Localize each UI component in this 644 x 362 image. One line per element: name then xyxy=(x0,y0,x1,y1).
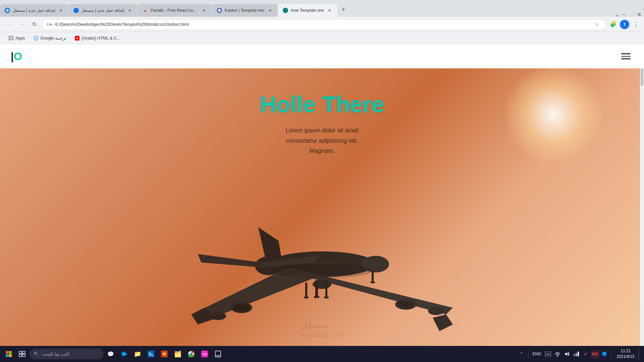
tab-3[interactable]: ▲ Fanatic - Free React Landi... ✕ xyxy=(138,4,212,17)
tab-4[interactable]: Kasbur | Template two ✕ xyxy=(212,4,278,17)
webpage-content: Holle There Lorem ipsum dolor sit amet c… xyxy=(0,44,644,346)
tab-1[interactable]: إضافة عمل جديد | مستقل ✕ xyxy=(0,4,68,17)
taskbar-folder-icon[interactable]: 📁 xyxy=(131,348,144,360)
profile-avatar[interactable]: f xyxy=(620,20,629,29)
svg-point-50 xyxy=(557,356,557,357)
tray-edge-icon[interactable] xyxy=(600,350,608,358)
reload-button[interactable]: ↻ xyxy=(29,19,40,30)
taskbar-files-icon[interactable]: 🗂️ xyxy=(172,348,184,360)
task-view-button[interactable] xyxy=(16,348,28,360)
tab-dropdown-button[interactable]: ⌄ xyxy=(614,12,619,17)
start-button[interactable] xyxy=(3,348,15,360)
taskbar: 🔍 اكتب هنا للبحث 💬 📁 xyxy=(0,346,644,362)
maximize-button[interactable]: ⬜ xyxy=(629,12,634,17)
bookmark-star-button[interactable]: ☆ xyxy=(592,20,601,29)
svg-point-44 xyxy=(218,356,218,357)
scrollbar-track[interactable] xyxy=(640,44,644,346)
bookmark-apps-label: Apps xyxy=(15,36,25,41)
svg-rect-19 xyxy=(305,283,307,298)
hero-subtitle: Lorem ipsum dolor sit amet consectetur a… xyxy=(260,125,384,156)
svg-text:Xd: Xd xyxy=(203,353,207,356)
svg-rect-27 xyxy=(9,351,12,354)
logo-text: O xyxy=(14,51,22,62)
tab-2[interactable]: إضافة عمل جديد | مستقل ✕ xyxy=(69,4,137,17)
svg-point-14 xyxy=(428,307,444,315)
tray-keyboard-icon[interactable] xyxy=(544,350,552,358)
taskbar-vscode-icon[interactable] xyxy=(145,348,157,360)
taskbar-running-apps: 💬 📁 W 🗂️ xyxy=(105,348,224,360)
back-button[interactable]: ← xyxy=(3,19,14,30)
taskbar-notification-icon[interactable]: 💬 xyxy=(105,348,117,360)
svg-rect-22 xyxy=(324,297,329,298)
google-translate-favicon: G xyxy=(33,36,39,41)
taskbar-search-icon: 🔍 xyxy=(34,351,39,357)
svg-rect-51 xyxy=(574,354,575,356)
address-actions: ☆ xyxy=(592,20,601,29)
hamburger-menu-button[interactable] xyxy=(619,51,633,62)
tray-volume-icon[interactable] xyxy=(563,350,571,358)
svg-rect-33 xyxy=(22,354,25,357)
svg-rect-18 xyxy=(314,296,319,298)
svg-rect-21 xyxy=(325,283,327,298)
taskbar-system-tray: ⌃ ENG xyxy=(518,348,641,360)
bookmark-youtube-label: [Arabic] HTML & C... xyxy=(82,36,120,41)
tray-badge-icon[interactable]: 693 xyxy=(591,350,599,358)
tab-4-label: Kasbur | Template two xyxy=(225,8,264,13)
svg-rect-42 xyxy=(215,351,221,357)
svg-rect-45 xyxy=(545,352,551,356)
bookmark-youtube[interactable]: [Arabic] HTML & C... xyxy=(71,34,123,42)
tab-4-favicon xyxy=(217,8,222,13)
file-protocol-icon: File xyxy=(47,22,53,26)
address-bar-row: ← → ↻ File E:/Desin%20web/object%20Desin… xyxy=(0,17,644,32)
tab-3-close[interactable]: ✕ xyxy=(201,7,207,13)
new-tab-button[interactable]: + xyxy=(338,4,349,15)
youtube-favicon xyxy=(74,36,80,41)
svg-text:G: G xyxy=(35,37,37,40)
sun-glow-effect xyxy=(503,64,604,165)
tray-network-activity-icon[interactable] xyxy=(572,350,580,358)
tab-2-close[interactable]: ✕ xyxy=(127,7,133,13)
taskbar-tablet-icon[interactable] xyxy=(212,348,224,360)
tab-3-label: Fanatic - Free React Landi... xyxy=(151,8,198,13)
taskbar-clock[interactable]: 11:21 2021/9/15 xyxy=(614,348,637,360)
address-bar[interactable]: File E:/Desin%20web/object%20Desin/Templ… xyxy=(42,19,606,30)
tab-3-favicon: ▲ xyxy=(143,8,148,13)
site-logo: | O xyxy=(11,51,22,62)
tray-show-hidden-icon[interactable]: ⌃ xyxy=(518,350,526,358)
tab-5[interactable]: Ione Template one ✕ xyxy=(278,4,337,17)
bookmark-apps[interactable]: Apps xyxy=(5,35,29,42)
taskbar-xd-icon[interactable]: Xd xyxy=(199,348,211,360)
svg-point-13 xyxy=(398,301,414,308)
hero-title: Holle There xyxy=(260,91,384,117)
svg-rect-30 xyxy=(19,351,22,354)
taskbar-chrome-icon[interactable] xyxy=(185,348,197,360)
browser-menu-button[interactable]: ⋮ xyxy=(631,20,641,29)
hero-section: Holle There Lorem ipsum dolor sit amet c… xyxy=(0,44,644,346)
taskbar-separator-2 xyxy=(611,349,611,359)
svg-rect-52 xyxy=(576,353,577,356)
tray-wifi-icon[interactable] xyxy=(553,350,561,358)
tab-1-close[interactable]: ✕ xyxy=(58,7,64,13)
watermark: مستقل mostaqil.com xyxy=(300,319,344,339)
svg-rect-32 xyxy=(19,354,22,357)
close-button[interactable]: ✕ xyxy=(637,12,641,17)
minimize-button[interactable]: ─ xyxy=(622,12,627,17)
svg-rect-53 xyxy=(578,352,579,356)
site-navbar: | O xyxy=(0,44,644,68)
show-desktop-button[interactable] xyxy=(639,348,641,360)
taskbar-search[interactable]: 🔍 اكتب هنا للبحث xyxy=(30,349,103,359)
bookmark-google-translate[interactable]: G Google ترجمة xyxy=(30,34,70,42)
tray-check-icon[interactable]: ✓ xyxy=(582,350,590,358)
hamburger-line-2 xyxy=(621,56,631,57)
hamburger-line-1 xyxy=(621,53,631,54)
tab-4-close[interactable]: ✕ xyxy=(267,7,273,13)
tab-5-close[interactable]: ✕ xyxy=(327,7,333,13)
taskbar-edge-icon[interactable] xyxy=(118,348,130,360)
extensions-button[interactable]: 🧩 xyxy=(608,20,618,29)
hero-subtitle-line3: Magnam. xyxy=(260,146,384,156)
hero-subtitle-line2: consectetur adipisicing elit. xyxy=(260,136,384,146)
svg-point-25 xyxy=(272,263,372,278)
language-indicator[interactable]: ENG xyxy=(531,352,543,356)
taskbar-office-icon[interactable]: W xyxy=(158,348,170,360)
forward-button[interactable]: → xyxy=(16,19,27,30)
